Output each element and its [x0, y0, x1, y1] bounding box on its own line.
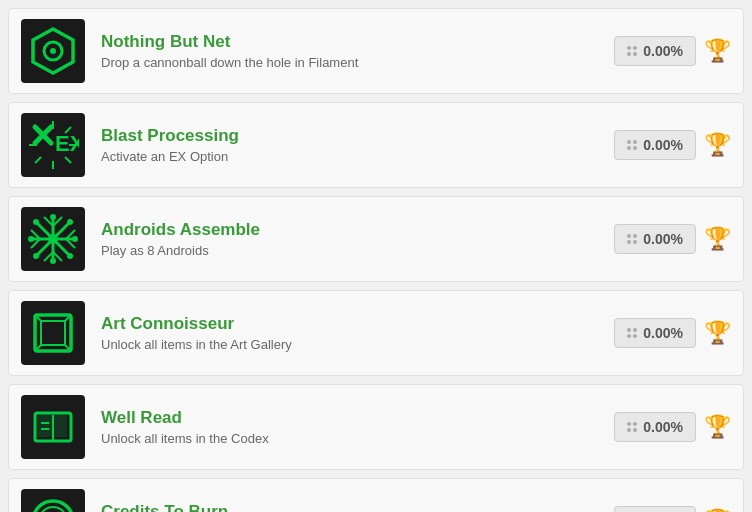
- achievement-icon-androids-assemble: [21, 207, 85, 271]
- achievement-item[interactable]: EX Blast Processing Activate an EX Optio…: [8, 102, 744, 188]
- achievement-description: Unlock all items in the Codex: [101, 431, 614, 446]
- achievement-icon-credits-to-burn: ¢: [21, 489, 85, 512]
- achievement-item[interactable]: Well Read Unlock all items in the Codex …: [8, 384, 744, 470]
- achievement-info: Art Connoisseur Unlock all items in the …: [101, 314, 614, 352]
- svg-point-23: [67, 253, 73, 259]
- svg-text:EX: EX: [55, 131, 79, 156]
- achievement-title: Credits To Burn: [101, 502, 614, 512]
- dots-icon: [627, 328, 637, 338]
- trophy-icon: 🏆: [704, 132, 731, 158]
- svg-point-21: [72, 236, 78, 242]
- trophy-icon: 🏆: [704, 508, 731, 512]
- trophy-icon: 🏆: [704, 414, 731, 440]
- achievement-score: 0.00% 🏆: [614, 318, 731, 348]
- achievement-score: 0.00% 🏆: [614, 36, 731, 66]
- achievement-list: Nothing But Net Drop a cannonball down t…: [0, 0, 752, 512]
- achievement-score: 0.00% 🏆: [614, 130, 731, 160]
- achievement-description: Play as 8 Androids: [101, 243, 614, 258]
- achievement-score: 0.00% 🏆: [614, 412, 731, 442]
- svg-point-26: [48, 234, 58, 244]
- score-badge: 0.00%: [614, 506, 696, 512]
- dots-icon: [627, 422, 637, 432]
- achievement-item[interactable]: Androids Assemble Play as 8 Androids 0.0…: [8, 196, 744, 282]
- achievement-title: Androids Assemble: [101, 220, 614, 240]
- score-badge: 0.00%: [614, 130, 696, 160]
- achievement-title: Blast Processing: [101, 126, 614, 146]
- achievement-title: Art Connoisseur: [101, 314, 614, 334]
- achievement-icon-nothing-but-net: [21, 19, 85, 83]
- dots-icon: [627, 234, 637, 244]
- score-badge: 0.00%: [614, 412, 696, 442]
- score-badge: 0.00%: [614, 318, 696, 348]
- achievement-icon-blast-processing: EX: [21, 113, 85, 177]
- achievement-description: Activate an EX Option: [101, 149, 614, 164]
- achievement-score: 0.00% 🏆: [614, 224, 731, 254]
- score-value: 0.00%: [643, 231, 683, 247]
- achievement-title: Well Read: [101, 408, 614, 428]
- svg-point-22: [33, 219, 39, 225]
- score-badge: 0.00%: [614, 224, 696, 254]
- dots-icon: [627, 46, 637, 56]
- svg-point-25: [33, 253, 39, 259]
- achievement-description: Unlock all items in the Art Gallery: [101, 337, 614, 352]
- achievement-icon-well-read: [21, 395, 85, 459]
- achievement-item[interactable]: ¢ Credits To Burn Unlock any item that c…: [8, 478, 744, 512]
- svg-line-11: [65, 157, 71, 163]
- score-value: 0.00%: [643, 43, 683, 59]
- achievement-title: Nothing But Net: [101, 32, 614, 52]
- svg-line-13: [35, 157, 41, 163]
- svg-point-19: [50, 258, 56, 264]
- trophy-icon: 🏆: [704, 38, 731, 64]
- score-value: 0.00%: [643, 419, 683, 435]
- score-value: 0.00%: [643, 325, 683, 341]
- achievement-info: Nothing But Net Drop a cannonball down t…: [101, 32, 614, 70]
- achievement-info: Androids Assemble Play as 8 Androids: [101, 220, 614, 258]
- svg-point-24: [67, 219, 73, 225]
- achievement-item[interactable]: Nothing But Net Drop a cannonball down t…: [8, 8, 744, 94]
- svg-point-20: [28, 236, 34, 242]
- achievement-score: 0.00% 🏆: [614, 506, 731, 512]
- trophy-icon: 🏆: [704, 226, 731, 252]
- achievement-info: Blast Processing Activate an EX Option: [101, 126, 614, 164]
- achievement-description: Drop a cannonball down the hole in Filam…: [101, 55, 614, 70]
- achievement-info: Credits To Burn Unlock any item that cos…: [101, 502, 614, 512]
- svg-rect-36: [41, 321, 65, 345]
- score-badge: 0.00%: [614, 36, 696, 66]
- achievement-icon-art-connoisseur: [21, 301, 85, 365]
- trophy-icon: 🏆: [704, 320, 731, 346]
- svg-point-2: [50, 48, 56, 54]
- achievement-item[interactable]: Art Connoisseur Unlock all items in the …: [8, 290, 744, 376]
- score-value: 0.00%: [643, 137, 683, 153]
- svg-point-18: [50, 214, 56, 220]
- dots-icon: [627, 140, 637, 150]
- achievement-info: Well Read Unlock all items in the Codex: [101, 408, 614, 446]
